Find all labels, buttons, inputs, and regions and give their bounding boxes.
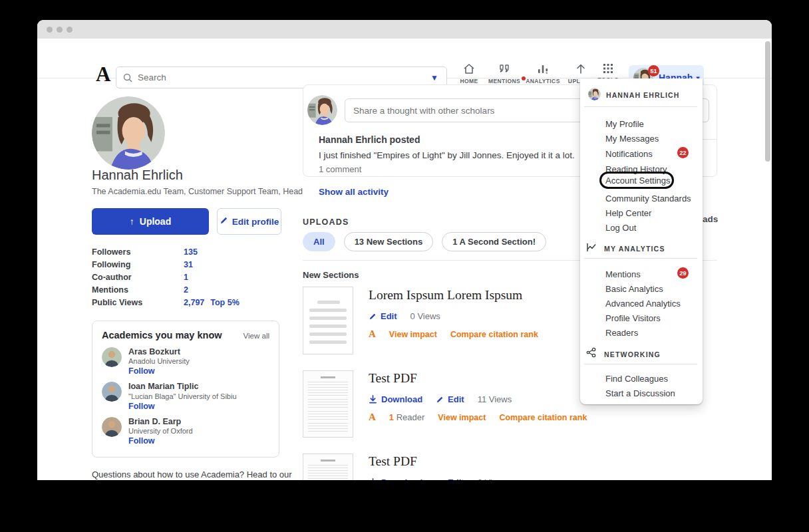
traffic-light-close[interactable] — [47, 27, 53, 33]
filter-new-sections[interactable]: 13 New Sections — [344, 232, 434, 251]
show-all-activity-link[interactable]: Show all activity — [319, 187, 389, 197]
compare-citation-rank-link[interactable]: Compare citation rank — [450, 330, 538, 339]
divider-fragment — [703, 139, 717, 140]
menu-item-my-profile[interactable]: My Profile — [605, 119, 644, 129]
filter-second-section[interactable]: 1 A Second Section! — [442, 232, 546, 251]
tools-grid-icon — [602, 63, 614, 74]
menu-item-advanced-analytics[interactable]: Advanced Analytics — [605, 299, 681, 309]
post-comments-link[interactable]: 1 comment — [319, 164, 361, 174]
pencil-icon — [369, 313, 377, 321]
new-sections-group-header: New Sections — [303, 270, 359, 280]
download-icon — [369, 395, 377, 404]
academia-a-icon: A — [369, 329, 376, 340]
download-link[interactable]: Download — [369, 394, 422, 404]
views-count: 0 Views — [410, 311, 440, 321]
person-org: "Lucian Blaga" University of Sibiu — [128, 392, 237, 400]
composer-avatar — [307, 95, 337, 125]
follow-link[interactable]: Follow — [128, 366, 190, 376]
download-icon — [369, 478, 377, 480]
suggestions-title: Academics you may know — [102, 330, 222, 340]
edit-link[interactable]: Edit — [436, 394, 464, 404]
mentions-quote-icon — [498, 63, 511, 76]
profile-name: Hannah Ehrlich — [92, 168, 183, 183]
suggested-person: Brian D. Earp University of Oxford Follo… — [102, 417, 269, 446]
download-link[interactable]: Download — [369, 477, 422, 480]
follow-link[interactable]: Follow — [128, 402, 237, 411]
upload-arrow-icon: ↑ — [130, 216, 134, 227]
mentions-badge: 29 — [677, 267, 689, 279]
avatar — [102, 382, 122, 402]
edit-link[interactable]: Edit — [436, 477, 464, 480]
compare-citation-rank-link[interactable]: Compare citation rank — [499, 413, 587, 422]
profile-photo[interactable] — [92, 96, 165, 170]
views-count: 0 Views — [478, 477, 508, 480]
scrollbar-thumb[interactable] — [765, 41, 770, 162]
upload-filters: All 13 New Sections 1 A Second Section! — [303, 232, 546, 251]
nav-mentions[interactable]: MENTIONS — [482, 63, 527, 84]
menu-item-find-colleagues[interactable]: Find Colleagues — [605, 374, 668, 384]
document-thumbnail[interactable] — [303, 287, 353, 354]
section-my-analytics: MY ANALYTICS — [604, 245, 665, 253]
view-impact-link[interactable]: View impact — [389, 330, 437, 339]
person-org: University of Oxford — [128, 427, 193, 435]
post-body: I just finished "Empires of Light" by Ji… — [319, 150, 575, 160]
pencil-icon — [436, 396, 444, 404]
search-input[interactable] — [138, 72, 430, 82]
view-all-link[interactable]: View all — [243, 332, 269, 340]
divider — [584, 258, 697, 259]
person-name[interactable]: Ioan Marian Tiplic — [128, 382, 237, 391]
menu-item-start-a-discussion[interactable]: Start a Discussion — [605, 388, 675, 398]
menu-item-mentions[interactable]: Mentions — [605, 269, 641, 279]
menu-item-log-out[interactable]: Log Out — [605, 223, 636, 233]
divider — [584, 106, 697, 107]
menu-item-readers[interactable]: Readers — [605, 328, 638, 338]
follow-link[interactable]: Follow — [128, 436, 193, 446]
line-chart-icon — [586, 242, 597, 255]
menu-item-my-messages[interactable]: My Messages — [605, 134, 659, 144]
network-icon — [586, 347, 597, 360]
traffic-light-zoom[interactable] — [67, 27, 73, 33]
menu-item-community-standards[interactable]: Community Standards — [605, 194, 691, 203]
pencil-icon — [436, 479, 444, 481]
edit-link[interactable]: Edit — [369, 311, 397, 321]
desktop-background: A ▼ HOME MENTIONS ANALYTICS — [0, 0, 809, 532]
search-icon — [123, 73, 132, 82]
stat-following: Following 31 — [92, 260, 285, 273]
document-thumbnail[interactable] — [303, 454, 353, 480]
site-header: A ▼ HOME MENTIONS ANALYTICS — [37, 39, 772, 78]
divider — [584, 364, 697, 364]
menu-item-reading-history[interactable]: Reading History — [605, 164, 667, 174]
menu-item-account-settings[interactable]: Account Settings — [605, 176, 671, 186]
post-author-line[interactable]: Hannah Ehrlich posted — [319, 134, 420, 145]
upload-button[interactable]: ↑ Upload — [92, 208, 209, 235]
dropdown-user-name: HANNAH EHRLICH — [606, 91, 679, 99]
menu-item-basic-analytics[interactable]: Basic Analytics — [605, 284, 663, 294]
edit-profile-button[interactable]: Edit profile — [217, 208, 281, 235]
academia-logo[interactable]: A — [96, 64, 110, 84]
right-rail-heading-fragment: ads — [703, 214, 718, 224]
avatar — [102, 347, 122, 367]
window-titlebar — [37, 20, 772, 39]
menu-item-profile-visitors[interactable]: Profile Visitors — [605, 313, 661, 323]
stat-followers: Followers 135 — [92, 247, 285, 260]
menu-item-help-center[interactable]: Help Center — [605, 208, 651, 218]
filter-all[interactable]: All — [303, 232, 335, 251]
document-thumbnail[interactable] — [303, 370, 353, 438]
stat-mentions: Mentions 2 — [92, 285, 285, 298]
person-name[interactable]: Aras Bozkurt — [128, 347, 190, 356]
search-dropdown-caret-icon[interactable]: ▼ — [430, 73, 438, 82]
traffic-light-minimize[interactable] — [57, 27, 63, 33]
person-org: Anadolu University — [128, 357, 190, 365]
stat-coauthor: Co-author 1 — [92, 273, 285, 285]
academia-a-icon: A — [369, 412, 376, 423]
notifications-badge: 22 — [677, 147, 689, 158]
view-impact-link[interactable]: View impact — [438, 413, 486, 422]
section-networking: NETWORKING — [604, 350, 661, 358]
avatar — [588, 88, 601, 100]
person-name[interactable]: Brian D. Earp — [128, 417, 193, 426]
upload-item: Test PDF Download Edit 0 Views — [369, 454, 688, 480]
academics-you-may-know-card: Academics you may know View all Aras Boz… — [92, 321, 279, 458]
menu-item-notifications[interactable]: Notifications — [605, 149, 653, 159]
nav-analytics[interactable]: ANALYTICS — [521, 63, 565, 84]
upload-title[interactable]: Test PDF — [369, 454, 688, 469]
